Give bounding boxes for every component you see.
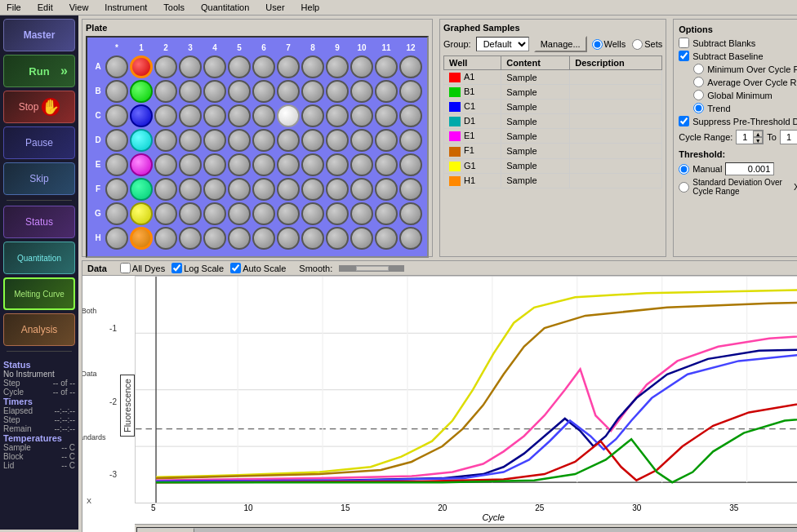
well-h4[interactable] <box>203 227 226 250</box>
menu-instrument[interactable]: Instrument <box>101 2 150 13</box>
stop-button[interactable]: Stop ✋ <box>3 91 75 123</box>
manage-button[interactable]: Manage... <box>534 36 587 52</box>
run-button[interactable]: Run » <box>3 55 75 87</box>
well-e1[interactable] <box>130 153 153 176</box>
wells-radio-label[interactable]: Wells <box>592 39 626 50</box>
well-d3[interactable] <box>179 129 202 152</box>
well-f7[interactable] <box>277 178 300 201</box>
well-f4[interactable] <box>203 178 226 201</box>
well-b8[interactable] <box>301 80 324 103</box>
well-g11[interactable] <box>375 202 398 225</box>
well-g-star[interactable] <box>105 202 128 225</box>
well-f11[interactable] <box>375 178 398 201</box>
well-e3[interactable] <box>179 153 202 176</box>
well-g3[interactable] <box>179 202 202 225</box>
sets-radio-label[interactable]: Sets <box>632 39 662 50</box>
well-h2[interactable] <box>154 227 177 250</box>
menu-quantitation[interactable]: Quantitation <box>198 2 252 13</box>
table-row[interactable]: D1 Sample <box>444 114 662 129</box>
table-row[interactable]: F1 Sample <box>444 144 662 158</box>
menu-user[interactable]: User <box>262 2 287 13</box>
well-a10[interactable] <box>350 55 373 78</box>
table-row[interactable]: B1 Sample <box>444 85 662 100</box>
menu-help[interactable]: Help <box>298 2 323 13</box>
well-h10[interactable] <box>350 227 373 250</box>
log-scale-checkbox[interactable] <box>171 263 182 273</box>
well-e6[interactable] <box>252 153 275 176</box>
trend-radio[interactable] <box>693 103 704 113</box>
well-h8[interactable] <box>301 227 324 250</box>
group-select[interactable]: Default <box>476 37 529 51</box>
menu-tools[interactable]: Tools <box>160 2 188 13</box>
well-a8[interactable] <box>301 55 324 78</box>
well-d1[interactable] <box>130 129 153 152</box>
auto-scale-label[interactable]: Auto Scale <box>230 263 286 273</box>
scrollbar-thumb[interactable] <box>137 528 194 532</box>
well-h6[interactable] <box>252 227 275 250</box>
well-a7[interactable] <box>277 55 300 78</box>
well-h-star[interactable] <box>105 227 128 250</box>
well-f-star[interactable] <box>105 178 128 201</box>
well-f12[interactable] <box>399 178 422 201</box>
well-g2[interactable] <box>154 202 177 225</box>
global-min-radio[interactable] <box>693 90 704 100</box>
smooth-slider-thumb[interactable] <box>356 266 389 271</box>
wells-radio[interactable] <box>592 39 603 50</box>
well-c10[interactable] <box>350 104 373 127</box>
avg-over-cycle-radio[interactable] <box>693 77 704 87</box>
h-scrollbar[interactable] <box>135 524 797 532</box>
manual-value-input[interactable] <box>725 162 774 175</box>
well-g10[interactable] <box>350 202 373 225</box>
table-row[interactable]: H1 Sample <box>444 173 662 188</box>
well-c6[interactable] <box>252 104 275 127</box>
menu-view[interactable]: View <box>66 2 92 13</box>
well-c3[interactable] <box>179 104 202 127</box>
well-e7[interactable] <box>277 153 300 176</box>
well-a9[interactable] <box>326 55 349 78</box>
well-e4[interactable] <box>203 153 226 176</box>
well-g6[interactable] <box>252 202 275 225</box>
well-f1[interactable] <box>130 178 153 201</box>
well-e12[interactable] <box>399 153 422 176</box>
well-f8[interactable] <box>301 178 324 201</box>
well-h12[interactable] <box>399 227 422 250</box>
well-d4[interactable] <box>203 129 226 152</box>
well-d10[interactable] <box>350 129 373 152</box>
well-f6[interactable] <box>252 178 275 201</box>
well-a2[interactable] <box>154 55 177 78</box>
well-a12[interactable] <box>399 55 422 78</box>
well-e8[interactable] <box>301 153 324 176</box>
well-b5[interactable] <box>228 80 251 103</box>
well-d11[interactable] <box>375 129 398 152</box>
well-b11[interactable] <box>375 80 398 103</box>
well-b7[interactable] <box>277 80 300 103</box>
well-e-star[interactable] <box>105 153 128 176</box>
well-f2[interactable] <box>154 178 177 201</box>
pause-button[interactable]: Pause <box>3 126 75 159</box>
well-g7[interactable] <box>277 202 300 225</box>
well-g9[interactable] <box>326 202 349 225</box>
subtract-baseline-checkbox[interactable] <box>679 51 689 61</box>
skip-button[interactable]: Skip <box>3 162 75 195</box>
well-h5[interactable] <box>228 227 251 250</box>
well-d5[interactable] <box>228 129 251 152</box>
table-row[interactable]: G1 Sample <box>444 158 662 173</box>
well-c8[interactable] <box>301 104 324 127</box>
well-h9[interactable] <box>326 227 349 250</box>
table-row[interactable]: A1 Sample <box>444 70 662 85</box>
well-c-star[interactable] <box>105 104 128 127</box>
well-a4[interactable] <box>203 55 226 78</box>
well-g5[interactable] <box>228 202 251 225</box>
well-e10[interactable] <box>350 153 373 176</box>
well-e9[interactable] <box>326 153 349 176</box>
well-c12[interactable] <box>399 104 422 127</box>
well-d6[interactable] <box>252 129 275 152</box>
well-b3[interactable] <box>179 80 202 103</box>
melting-curve-button[interactable]: Melting Curve <box>3 277 75 310</box>
well-a-star[interactable] <box>105 55 128 78</box>
cycle-from-down[interactable]: ▼ <box>753 137 763 144</box>
well-f9[interactable] <box>326 178 349 201</box>
well-a11[interactable] <box>375 55 398 78</box>
well-a3[interactable] <box>179 55 202 78</box>
well-g4[interactable] <box>203 202 226 225</box>
